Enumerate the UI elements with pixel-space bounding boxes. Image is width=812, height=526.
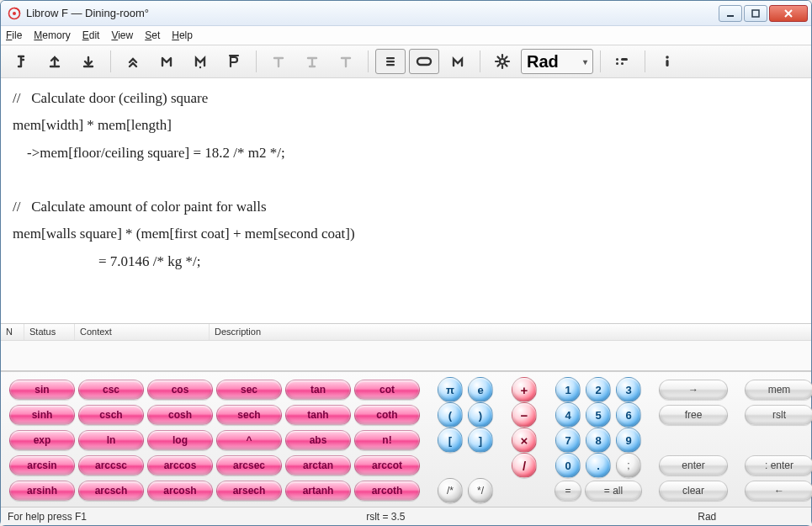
sym-e[interactable]: e (468, 377, 493, 402)
m-mode-icon[interactable] (443, 49, 473, 74)
text-t2-icon[interactable] (297, 49, 327, 74)
text-t3-icon[interactable] (331, 49, 361, 74)
menu-memory[interactable]: Memory (34, 29, 70, 41)
fn-tanh[interactable]: tanh (285, 405, 351, 425)
sym-)[interactable]: ) (468, 402, 493, 428)
col-status[interactable]: Status (24, 324, 75, 340)
op-×[interactable]: × (512, 428, 537, 453)
op-−[interactable]: − (512, 402, 537, 428)
svg-rect-3 (752, 10, 759, 17)
col-description[interactable]: Description (210, 324, 811, 340)
sym-][interactable]: ] (468, 428, 493, 453)
fn-arcosh[interactable]: arcosh (147, 481, 213, 501)
sym-[[interactable]: [ (438, 428, 463, 453)
act-mem[interactable]: mem (745, 380, 812, 400)
act-enter[interactable]: enter (659, 455, 728, 476)
fn-exp[interactable]: exp (9, 430, 75, 450)
settings-gear-icon[interactable] (487, 49, 517, 74)
fn-coth[interactable]: coth (354, 405, 420, 425)
comment-open[interactable]: /* (438, 478, 463, 503)
act-: enter[interactable]: : enter (745, 455, 812, 476)
menu-view[interactable]: View (111, 29, 133, 41)
close-button[interactable] (769, 5, 808, 22)
statusbar: For help press F1 rslt = 3.5 Rad (1, 507, 811, 525)
digit-8[interactable]: 8 (586, 428, 611, 453)
text-t1-icon[interactable] (263, 49, 294, 74)
fn-n![interactable]: n! (354, 430, 420, 450)
fn-arcsch[interactable]: arcsch (78, 481, 144, 501)
memory-m1-icon[interactable] (151, 49, 182, 74)
op-/[interactable]: / (512, 453, 537, 478)
fn-sec[interactable]: sec (216, 380, 282, 400)
digit-4[interactable]: 4 (555, 402, 581, 428)
act-free[interactable]: free (659, 405, 728, 425)
digit-7[interactable]: 7 (555, 428, 581, 453)
fn-arcsin[interactable]: arcsin (9, 455, 75, 476)
app-window: Librow F — Dining-room° File Memory Edit… (0, 0, 812, 526)
digit-5[interactable]: 5 (586, 402, 611, 428)
fn-csc[interactable]: csc (78, 380, 144, 400)
list-icon[interactable] (375, 49, 406, 74)
function-icon[interactable] (6, 49, 36, 74)
fn-tan[interactable]: tan (285, 380, 351, 400)
fn-sinh[interactable]: sinh (9, 405, 75, 425)
minimize-button[interactable] (719, 5, 742, 22)
park-icon[interactable] (219, 49, 249, 74)
digit-0[interactable]: 0 (555, 453, 581, 478)
maximize-button[interactable] (744, 5, 767, 22)
equals[interactable]: = (555, 481, 581, 501)
sym-([interactable]: ( (438, 402, 463, 428)
export-up-icon[interactable] (40, 49, 70, 74)
digit-2[interactable]: 2 (586, 377, 611, 402)
svg-point-1 (13, 12, 16, 15)
fn-^[interactable]: ^ (216, 430, 282, 450)
fn-csch[interactable]: csch (78, 405, 144, 425)
fn-arsinh[interactable]: arsinh (9, 481, 75, 501)
act-rslt[interactable]: rslt (745, 405, 812, 425)
digit-6[interactable]: 6 (616, 402, 641, 428)
act-clear[interactable]: clear (659, 481, 728, 501)
fn-cosh[interactable]: cosh (147, 405, 213, 425)
op-+[interactable]: + (512, 377, 537, 402)
assign-icon[interactable] (608, 49, 638, 74)
comment-close[interactable]: */ (468, 478, 493, 503)
fn-arctan[interactable]: arctan (285, 455, 351, 476)
panel-icon[interactable] (409, 49, 439, 74)
col-n[interactable]: N (1, 324, 24, 340)
fn-arcoth[interactable]: arcoth (354, 481, 420, 501)
fn-log[interactable]: log (147, 430, 213, 450)
semicolon[interactable]: ; (616, 453, 641, 478)
memory-m2-icon[interactable] (185, 49, 215, 74)
menu-help[interactable]: Help (172, 29, 193, 41)
act-←[interactable]: ← (745, 481, 812, 501)
digit-9[interactable]: 9 (616, 428, 641, 453)
menu-file[interactable]: File (6, 29, 22, 41)
info-icon[interactable] (652, 49, 682, 74)
fn-cot[interactable]: cot (354, 380, 420, 400)
fn-arsech[interactable]: arsech (216, 481, 282, 501)
fn-arccsc[interactable]: arccsc (78, 455, 144, 476)
up-double-icon[interactable] (118, 49, 148, 74)
sym-π[interactable]: π (438, 377, 463, 402)
digit-3[interactable]: 3 (616, 377, 641, 402)
menu-set[interactable]: Set (145, 29, 160, 41)
fn-sech[interactable]: sech (216, 405, 282, 425)
fn-cos[interactable]: cos (147, 380, 213, 400)
fn-abs[interactable]: abs (285, 430, 351, 450)
angle-mode-select[interactable]: Rad ▾ (521, 49, 593, 74)
fn-sin[interactable]: sin (9, 380, 75, 400)
fn-arcsec[interactable]: arcsec (216, 455, 282, 476)
fn-arccot[interactable]: arccot (354, 455, 420, 476)
equals-all[interactable]: = all (585, 481, 642, 501)
fn-artanh[interactable]: artanh (285, 481, 351, 501)
act-→[interactable]: → (659, 380, 728, 400)
code-editor[interactable]: // Calculate door (ceiling) square mem[w… (1, 78, 811, 324)
import-down-icon[interactable] (73, 49, 103, 74)
menu-edit[interactable]: Edit (82, 29, 100, 41)
toolbar: Rad ▾ (1, 45, 811, 78)
fn-arccos[interactable]: arccos (147, 455, 213, 476)
col-context[interactable]: Context (75, 324, 210, 340)
decimal-point[interactable]: . (586, 453, 611, 478)
digit-1[interactable]: 1 (555, 377, 581, 402)
fn-ln[interactable]: ln (78, 430, 144, 450)
